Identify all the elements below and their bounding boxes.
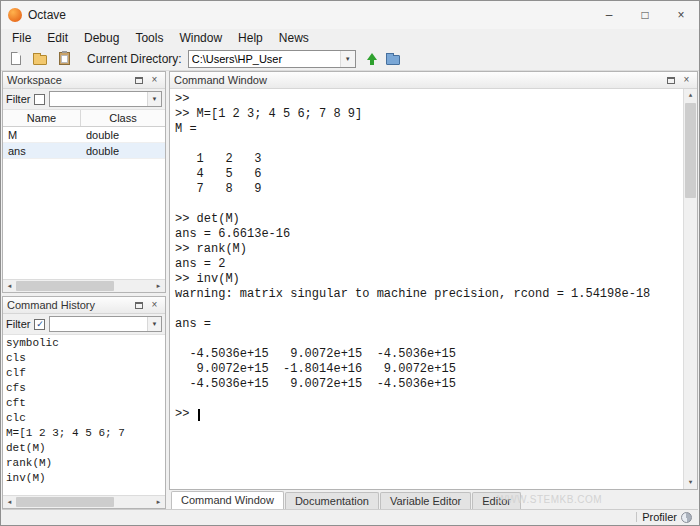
terminal-line: 9.0072e+15 -1.8014e+16 9.0072e+15 [175,362,677,377]
history-hscroll-track[interactable] [16,496,152,508]
menu-item[interactable]: File [4,30,39,46]
open-button[interactable] [29,49,51,69]
command-history-panel: Command History × Filter ✓ ▼ symbolic [2,296,166,509]
scroll-down-icon[interactable]: ▼ [684,476,697,489]
workspace-close-icon[interactable]: × [148,74,161,87]
history-filter-dropdown-icon: ▼ [147,317,161,331]
history-hscroll-thumb[interactable] [16,497,114,507]
dock-tab[interactable]: Documentation [285,492,379,509]
right-column: Command Window × >> >> M=[1 2 3; 4 5 6; … [169,71,698,509]
history-item[interactable]: cls [3,351,165,366]
watermark: WWW.STEMKB.COM [497,494,602,505]
command-window-undock-icon[interactable] [664,74,677,87]
workspace-filter-label: Filter [6,93,30,105]
scroll-right-icon[interactable]: ► [152,280,165,292]
menu-item[interactable]: Window [171,30,230,46]
new-script-button[interactable] [5,49,27,69]
dock-tab[interactable]: Command Window [171,491,284,509]
toolbar: Current Directory: ▼ [1,47,699,71]
menu-item[interactable]: Tools [127,30,171,46]
history-item[interactable]: det(M) [3,441,165,456]
history-undock-icon[interactable] [132,299,145,312]
browse-directory-button[interactable] [382,49,404,69]
open-folder-icon [33,55,47,65]
octave-logo-icon [8,8,22,22]
terminal[interactable]: >> >> M=[1 2 3; 4 5 6; 7 8 9] M = 1 2 3 … [170,89,697,489]
scroll-up-icon[interactable]: ▲ [684,89,697,102]
column-header-class[interactable]: Class [81,110,165,126]
menu-item[interactable]: Help [230,30,271,46]
terminal-vscroll-track[interactable] [684,102,697,476]
workspace-undock-icon[interactable] [132,74,145,87]
history-item[interactable]: cft [3,396,165,411]
text-cursor [198,409,200,421]
paste-icon [59,52,70,65]
terminal-prompt: >> [175,407,197,422]
terminal-line: warning: matrix singular to machine prec… [175,287,677,302]
terminal-line: >> det(M) [175,212,677,227]
workspace-hscroll-thumb[interactable] [16,281,114,291]
terminal-line: M = [175,122,677,137]
terminal-line: ans = 6.6613e-16 [175,227,677,242]
command-window-close-icon[interactable]: × [680,74,693,87]
terminal-line [175,137,677,152]
close-button[interactable]: × [663,2,699,29]
profiler-icon [681,512,692,523]
history-filter-checkbox[interactable]: ✓ [34,319,45,330]
workspace-filter-checkbox[interactable] [34,94,45,105]
workspace-hscrollbar[interactable]: ◄ ► [3,279,165,292]
current-directory-input[interactable] [189,51,340,67]
workspace-filter-dropdown[interactable]: ▼ [49,91,162,107]
browse-directory-icon [386,55,400,65]
history-hscrollbar[interactable]: ◄ ► [3,495,165,508]
history-item[interactable]: cfs [3,381,165,396]
menu-bar: File Edit Debug Tools Window Help News [1,29,699,47]
workspace-table-body: M double ans double [3,127,165,279]
dock-tab[interactable]: Variable Editor [380,492,471,509]
minimize-button[interactable]: – [591,2,627,29]
workspace-row[interactable]: M double [3,127,165,143]
paste-button[interactable] [53,49,75,69]
status-bar: Profiler [2,509,698,524]
directory-up-button[interactable] [358,49,380,69]
scroll-right-icon[interactable]: ► [152,496,165,508]
history-item[interactable]: inv(M) [3,471,165,486]
current-directory-label: Current Directory: [87,52,182,66]
terminal-line: -4.5036e+15 9.0072e+15 -4.5036e+15 [175,347,677,362]
terminal-line [175,392,677,407]
history-close-icon[interactable]: × [148,299,161,312]
history-item[interactable]: rank(M) [3,456,165,471]
terminal-vscroll-thumb[interactable] [685,103,696,198]
maximize-button[interactable]: □ [627,2,663,29]
history-filter-label: Filter [6,318,30,330]
current-directory-combobox[interactable]: ▼ [188,50,356,68]
terminal-line: 1 2 3 [175,152,677,167]
column-header-name[interactable]: Name [3,110,81,126]
terminal-line [175,197,677,212]
command-history-title: Command History [7,299,129,311]
profiler-toggle[interactable]: Profiler [642,511,692,523]
combo-dropdown-icon[interactable]: ▼ [340,51,355,67]
variable-name: M [3,129,81,141]
terminal-line: >> [175,92,677,107]
menu-item[interactable]: Edit [39,30,76,46]
variable-class: double [81,145,165,157]
history-filter-dropdown[interactable]: ▼ [49,316,162,332]
menu-item[interactable]: Debug [76,30,127,46]
history-item[interactable]: clf [3,366,165,381]
workspace-filter-dropdown-icon: ▼ [147,92,161,106]
scroll-left-icon[interactable]: ◄ [3,280,16,292]
window-title: Octave [28,8,591,22]
terminal-line: >> rank(M) [175,242,677,257]
terminal-line: >> M=[1 2 3; 4 5 6; 7 8 9] [175,107,677,122]
scroll-left-icon[interactable]: ◄ [3,496,16,508]
terminal-vscrollbar[interactable]: ▲ ▼ [683,89,697,489]
workspace-hscroll-track[interactable] [16,280,152,292]
menu-item[interactable]: News [271,30,317,46]
left-column: Workspace × Filter ▼ Name Class [2,71,166,509]
workspace-row[interactable]: ans double [3,143,165,159]
history-item[interactable]: symbolic [3,336,165,351]
workspace-header: Workspace × [3,72,165,89]
history-item[interactable]: M=[1 2 3; 4 5 6; 7 [3,426,165,441]
history-item[interactable]: clc [3,411,165,426]
